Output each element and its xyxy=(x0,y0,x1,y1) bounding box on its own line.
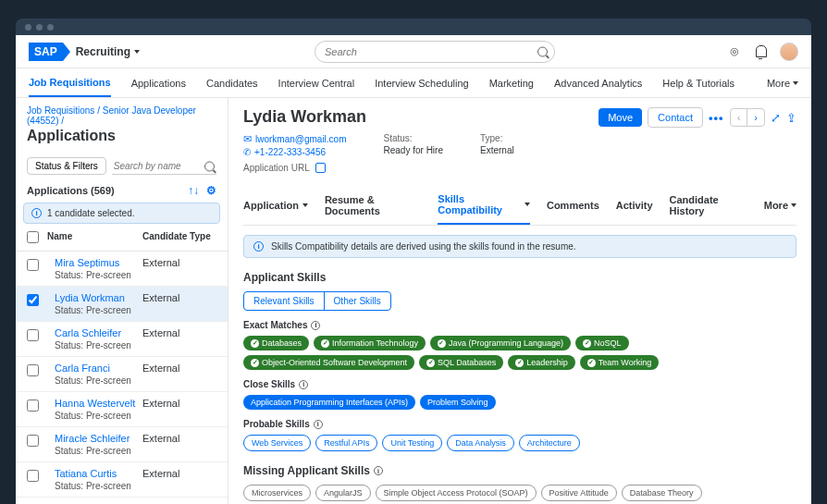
skill-pill[interactable]: Positive Attitude xyxy=(541,485,617,501)
select-all-checkbox[interactable] xyxy=(27,231,39,243)
move-button[interactable]: Move xyxy=(599,108,642,127)
chevron-down-icon xyxy=(134,50,140,54)
nav-marketing[interactable]: Marketing xyxy=(489,70,534,96)
skill-pill[interactable]: Unit Testing xyxy=(382,435,442,451)
skill-pill[interactable]: AngularJS xyxy=(315,485,371,501)
list-item[interactable]: Lydia WorkmanStatus: Pre-screenExternal xyxy=(16,287,228,322)
check-icon: ✓ xyxy=(583,339,591,348)
breadcrumb[interactable]: Job Requisitions / Senior Java Developer… xyxy=(16,98,228,128)
avatar[interactable] xyxy=(780,43,798,61)
row-checkbox[interactable] xyxy=(27,400,39,412)
row-checkbox[interactable] xyxy=(27,329,39,341)
nav-candidates[interactable]: Candidates xyxy=(206,70,258,96)
candidate-link[interactable]: Carla Franci xyxy=(55,363,110,374)
phone-link[interactable]: ✆+1-222-333-3456 xyxy=(243,147,347,157)
contact-button[interactable]: Contact xyxy=(648,107,703,128)
candidate-type: External xyxy=(142,398,216,421)
status-filters-button[interactable]: Status & Filters xyxy=(27,157,106,175)
browser-chrome xyxy=(16,18,811,35)
skill-pill[interactable]: ✓SQL Databases xyxy=(419,355,503,370)
info-icon[interactable]: i xyxy=(299,380,308,389)
applications-count: Applications (569) xyxy=(27,185,115,196)
chevron-down-icon xyxy=(302,203,308,207)
sort-icon[interactable]: ↑↓ xyxy=(188,184,199,197)
exact-matches-title: Exact Matches xyxy=(243,320,307,330)
candidate-link[interactable]: Lydia Workman xyxy=(55,292,125,303)
tab-application[interactable]: Application xyxy=(243,192,308,218)
skill-tab-other[interactable]: Other Skills xyxy=(325,292,390,310)
list-item[interactable]: Carla FranciStatus: Pre-screenExternal xyxy=(16,357,228,392)
skill-pill[interactable]: ✓NoSQL xyxy=(575,336,629,350)
info-icon[interactable]: i xyxy=(314,420,323,429)
skill-pill[interactable]: Restful APIs xyxy=(315,435,377,451)
skill-tab-relevant[interactable]: Relevant Skills xyxy=(244,292,325,310)
name-search-input[interactable] xyxy=(112,158,216,175)
mail-icon: ✉ xyxy=(243,133,252,145)
app-switcher[interactable]: Recruiting xyxy=(76,45,140,58)
skill-pill[interactable]: ✓Leadership xyxy=(508,355,575,370)
bell-icon[interactable] xyxy=(756,45,767,57)
candidate-link[interactable]: Hanna Westervelt xyxy=(55,398,135,409)
check-icon: ✓ xyxy=(515,359,524,367)
global-search-input[interactable] xyxy=(315,41,555,63)
more-actions-icon[interactable]: ••• xyxy=(709,111,724,125)
row-checkbox[interactable] xyxy=(27,294,39,306)
candidate-type: External xyxy=(142,327,216,350)
candidate-link[interactable]: Mira Septimus xyxy=(55,257,119,268)
nav-interview-scheduling[interactable]: Interview Scheduling xyxy=(375,70,469,96)
tab-activity[interactable]: Activity xyxy=(616,192,653,218)
candidate-link[interactable]: Carla Schleifer xyxy=(55,327,121,338)
skill-pill[interactable]: ✓Information Technology xyxy=(314,336,426,350)
row-checkbox[interactable] xyxy=(27,470,39,482)
row-checkbox[interactable] xyxy=(27,364,39,376)
candidate-type: External xyxy=(142,363,216,386)
prev-icon[interactable]: ‹ xyxy=(731,109,748,126)
pin-icon[interactable]: ⇪ xyxy=(786,111,796,125)
candidate-link[interactable]: Miracle Schleifer xyxy=(55,433,130,444)
tab-comments[interactable]: Comments xyxy=(547,192,599,218)
candidate-name: Lydia Workman xyxy=(243,107,366,127)
list-item[interactable]: Miracle SchleiferStatus: Pre-screenExter… xyxy=(16,427,228,462)
skill-pill[interactable]: ✓Object-Oriented Software Development xyxy=(243,355,414,370)
nav-job-requisitions[interactable]: Job Requisitions xyxy=(29,69,111,97)
settings-icon[interactable]: ⚙ xyxy=(206,184,216,197)
info-icon[interactable]: i xyxy=(311,321,320,330)
nav-interview-central[interactable]: Interview Central xyxy=(278,70,355,96)
candidate-link[interactable]: Tatiana Curtis xyxy=(55,468,117,479)
tab-candidate-history[interactable]: Candidate History xyxy=(670,187,747,224)
skill-pill[interactable]: Data Analysis xyxy=(447,435,514,451)
info-icon[interactable]: i xyxy=(374,466,383,475)
sidebar: Job Requisitions / Senior Java Developer… xyxy=(16,98,228,504)
tabs-more[interactable]: More xyxy=(764,192,796,218)
skill-pill[interactable]: Application Programming Interfaces (APIs… xyxy=(243,395,415,410)
nav-help-tutorials[interactable]: Help & Tutorials xyxy=(662,70,734,96)
sap-logo[interactable]: SAP xyxy=(29,43,63,61)
tab-resume-documents[interactable]: Resume & Documents xyxy=(325,187,421,224)
row-checkbox[interactable] xyxy=(27,435,39,447)
activity-icon[interactable]: ◎ xyxy=(730,45,743,58)
skill-pill[interactable]: Web Services xyxy=(243,435,311,451)
skill-pill[interactable]: Architecture xyxy=(519,435,580,451)
list-item[interactable]: Tatiana CurtisStatus: Pre-screenExternal xyxy=(16,462,228,498)
candidate-type: External xyxy=(142,257,216,280)
nav-advanced-analytics[interactable]: Advanced Analytics xyxy=(554,70,642,96)
skill-pill[interactable]: Microservices xyxy=(243,485,311,501)
tab-skills-compatibility[interactable]: Skills Compatibility xyxy=(438,186,530,225)
nav-more[interactable]: More xyxy=(767,78,798,89)
row-checkbox[interactable] xyxy=(27,259,39,271)
nav-applications[interactable]: Applications xyxy=(131,70,186,96)
skill-pill[interactable]: ✓Databases xyxy=(243,336,309,350)
skill-pill[interactable]: Simple Object Access Protocol (SOAP) xyxy=(376,485,537,501)
skill-pill[interactable]: ✓Team Working xyxy=(580,355,659,370)
list-item[interactable]: Hanna WesterveltStatus: Pre-screenExtern… xyxy=(16,392,228,427)
status-value: Ready for Hire xyxy=(384,145,443,155)
skill-pill[interactable]: Problem Solving xyxy=(420,395,496,410)
copy-icon[interactable] xyxy=(315,163,326,173)
skill-pill[interactable]: ✓Java (Programming Language) xyxy=(430,336,571,350)
list-item[interactable]: Mira SeptimusStatus: Pre-screenExternal xyxy=(16,252,228,287)
list-item[interactable]: Carla SchleiferStatus: Pre-screenExterna… xyxy=(16,322,228,357)
expand-icon[interactable]: ⤢ xyxy=(771,111,781,125)
email-link[interactable]: ✉lworkman@gmail.com xyxy=(243,133,347,145)
next-icon[interactable]: › xyxy=(747,109,764,126)
skill-pill[interactable]: Database Theory xyxy=(622,485,702,501)
